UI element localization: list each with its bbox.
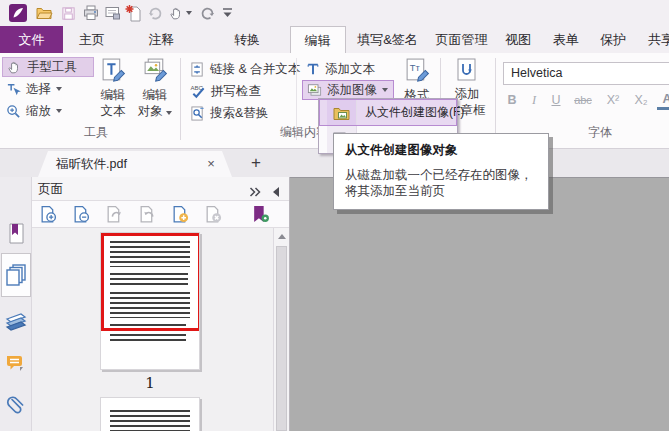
edit-object-label2: 对象	[138, 104, 163, 118]
save-icon[interactable]	[58, 3, 78, 23]
new-tab-button[interactable]: +	[246, 151, 266, 175]
tab-convert[interactable]: 转换	[234, 26, 260, 53]
rotate-right-page-icon[interactable]	[131, 202, 164, 226]
document-tab[interactable]: 福昕软件.pdf ×	[38, 151, 232, 177]
scrollbar-up-arrow-icon[interactable]	[278, 234, 286, 239]
article-label1: 添加	[455, 87, 480, 101]
tab-file[interactable]: 文件	[0, 26, 63, 53]
undo-icon[interactable]	[198, 3, 218, 23]
thumbnails-list: 1	[32, 228, 264, 431]
navigation-rail	[0, 177, 32, 431]
tab-protect[interactable]: 保护	[600, 26, 626, 53]
search-replace-label: 搜索&替换	[210, 105, 268, 122]
edit-text-label1: 编辑	[101, 88, 126, 102]
scrollbar-thumb[interactable]	[276, 246, 287, 431]
link-join-icon	[190, 62, 205, 77]
pages-panel: 页面	[32, 177, 290, 431]
add-text-button[interactable]: 添加文本	[302, 59, 394, 79]
edit-text-button[interactable]: 编辑 文本	[93, 57, 133, 119]
hand-tool-label: 手型工具	[27, 59, 77, 76]
tab-comment[interactable]: 注释	[148, 26, 174, 53]
svg-text:Tт: Tт	[409, 63, 420, 73]
page-2-thumbnail[interactable]	[100, 397, 200, 431]
close-tab-icon[interactable]: ×	[204, 151, 218, 177]
create-image-tooltip: 从文件创建图像对象 从磁盘加载一个已经存在的图像，将其添加至当前页	[333, 133, 549, 210]
link-join-label: 链接 & 合并文本	[210, 61, 300, 78]
create-image-from-file-label: 从文件创建图像(F)	[365, 104, 464, 121]
strikeout-button[interactable]: abc	[569, 90, 597, 110]
hand-tool-button[interactable]: 手型工具	[2, 57, 94, 77]
quick-access-toolbar	[0, 0, 669, 26]
edit-object-label1: 编辑	[143, 88, 168, 102]
add-page-icon[interactable]	[164, 202, 197, 226]
add-text-label: 添加文本	[325, 61, 375, 78]
font-color-button[interactable]: A	[657, 90, 669, 110]
link-join-text-button[interactable]: 链接 & 合并文本	[186, 59, 304, 79]
spell-check-button[interactable]: ABC 拼写检查	[186, 81, 265, 101]
layers-panel-icon[interactable]	[0, 305, 32, 335]
page-1-thumbnail[interactable]	[100, 232, 200, 370]
bookmarks-panel-icon[interactable]	[0, 219, 32, 249]
current-view-indicator[interactable]	[101, 233, 200, 331]
create-pdf-icon[interactable]	[124, 3, 144, 23]
font-style-buttons: B I U abc X² X₂ A	[503, 90, 669, 110]
tab-view[interactable]: 视图	[505, 26, 531, 53]
zoom-label: 缩放	[26, 103, 51, 120]
tab-share[interactable]: 共享	[648, 26, 669, 53]
attachments-panel-icon[interactable]	[0, 391, 32, 421]
underline-button[interactable]: U	[547, 90, 565, 110]
comments-panel-icon[interactable]	[0, 349, 32, 379]
hand-mode-icon[interactable]	[166, 3, 194, 23]
add-text-icon	[306, 62, 320, 76]
bold-button[interactable]: B	[503, 90, 521, 110]
italic-button[interactable]: I	[525, 90, 543, 110]
tab-fill-sign[interactable]: 填写&签名	[357, 26, 418, 53]
format-icon: Tт	[404, 57, 431, 84]
redo-icon[interactable]	[145, 3, 165, 23]
zoom-button[interactable]: 缩放	[2, 101, 94, 121]
tab-edit[interactable]: 编辑	[290, 26, 346, 53]
zoom-dropdown-caret	[56, 109, 62, 113]
add-image-caret	[382, 88, 388, 92]
email-icon[interactable]	[103, 3, 123, 23]
tab-home[interactable]: 主页	[79, 26, 105, 53]
zoom-magnifier-icon	[6, 104, 21, 119]
add-image-icon	[307, 83, 322, 97]
edit-object-icon	[142, 57, 169, 84]
edit-text-icon	[100, 57, 127, 84]
foxit-logo-icon[interactable]	[8, 3, 28, 23]
delete-page-icon[interactable]	[197, 202, 230, 226]
edit-object-button[interactable]: 编辑 对象	[133, 57, 177, 119]
pages-panel-header: 页面	[32, 177, 289, 201]
print-icon[interactable]	[81, 3, 101, 23]
superscript-button[interactable]: X²	[601, 90, 625, 110]
tab-form[interactable]: 表单	[553, 26, 579, 53]
pages-panel-icon[interactable]	[0, 260, 32, 290]
tooltip-body: 从磁盘加载一个已经存在的图像，将其添加至当前页	[345, 167, 537, 199]
edit-object-caret	[166, 111, 172, 115]
spell-check-icon: ABC	[190, 84, 206, 99]
open-file-icon[interactable]	[34, 3, 54, 23]
zoom-in-thumbnails-icon[interactable]	[32, 202, 65, 226]
format-button[interactable]: Tт 格式	[398, 57, 436, 103]
article-box-icon	[454, 57, 480, 83]
thumbnails-scrollbar[interactable]	[273, 228, 289, 431]
tab-organize[interactable]: 页面管理	[435, 26, 487, 53]
select-button[interactable]: 选择	[2, 79, 94, 99]
create-image-from-file-menu-item[interactable]: 从文件创建图像(F)	[319, 99, 457, 126]
spell-check-label: 拼写检查	[211, 83, 261, 100]
thumbnails-toolbar	[32, 201, 289, 228]
select-label: 选择	[26, 81, 51, 98]
rotate-left-page-icon[interactable]	[98, 202, 131, 226]
font-family-combobox[interactable]: Helvetica	[503, 62, 669, 85]
ribbon-tab-bar: 文件 主页 注释 转换 编辑 填写&签名 页面管理 视图 表单 保护 共享 帮助	[0, 26, 669, 53]
customize-toolbar-icon[interactable]	[220, 3, 234, 23]
search-replace-icon	[190, 106, 205, 121]
page-preview-flag-icon[interactable]	[244, 202, 277, 226]
document-tab-title: 福昕软件.pdf	[56, 151, 127, 177]
add-image-button[interactable]: 添加图像	[302, 80, 394, 100]
zoom-out-thumbnails-icon[interactable]	[65, 202, 98, 226]
search-replace-button[interactable]: 搜索&替换	[186, 103, 272, 123]
subscript-button[interactable]: X₂	[629, 90, 653, 110]
document-canvas	[290, 177, 669, 431]
